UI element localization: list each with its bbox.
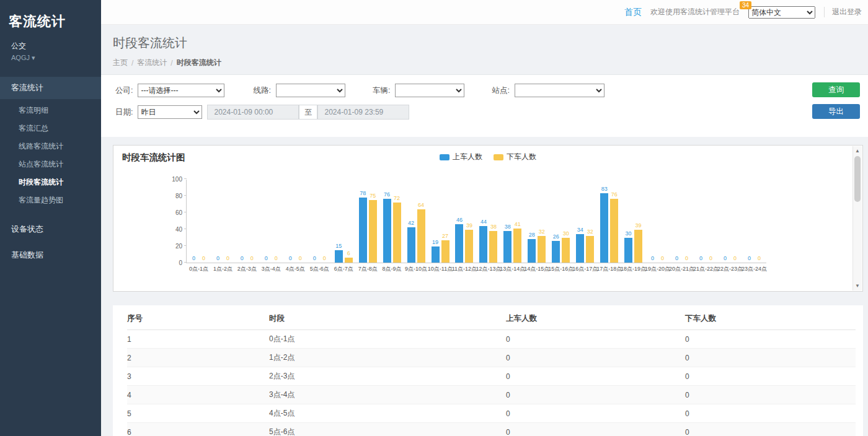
user-dropdown[interactable]: AQGJ ▾ bbox=[11, 54, 92, 62]
bar-column: 30 bbox=[624, 230, 634, 263]
date-preset-select[interactable]: 昨日 bbox=[138, 105, 202, 119]
sidebar-section-passenger-stats[interactable]: 客流统计 bbox=[0, 77, 101, 99]
bar bbox=[417, 209, 425, 263]
legend-label: 下车人数 bbox=[507, 152, 536, 162]
breadcrumb-separator: / bbox=[170, 59, 172, 68]
bar-column: 15 bbox=[334, 243, 343, 263]
table-row: 32点-3点00 bbox=[127, 367, 856, 386]
bar bbox=[513, 229, 521, 263]
scroll-up-icon[interactable]: ▲ bbox=[853, 148, 862, 154]
bar-column: 34 bbox=[575, 227, 585, 263]
sidebar-item[interactable]: 客流明细 bbox=[0, 102, 101, 120]
company-select[interactable]: ---请选择--- bbox=[138, 84, 224, 97]
x-axis-label: 22点-23点 bbox=[717, 265, 743, 273]
table-cell: 0 bbox=[685, 423, 856, 436]
topbar: 首页 欢迎使用客流统计管理平台 34 简体中文 退出登录 bbox=[101, 0, 868, 25]
sidebar-item[interactable]: 站点客流统计 bbox=[0, 155, 101, 173]
scrollbar-thumb[interactable] bbox=[854, 156, 861, 202]
table-cell: 0 bbox=[506, 330, 685, 349]
bar-column: 0 bbox=[285, 255, 295, 263]
language-select[interactable]: 简体中文 bbox=[748, 6, 815, 19]
scroll-down-icon[interactable]: ▼ bbox=[853, 283, 862, 289]
bar-group: 42649点-10点 bbox=[404, 180, 428, 263]
bar-column: 0 bbox=[672, 255, 682, 263]
x-axis-label: 10点-11点 bbox=[428, 265, 453, 273]
bar-column: 28 bbox=[527, 232, 537, 263]
vehicle-label: 车辆: bbox=[373, 85, 390, 96]
table-card: 序号时段上车人数下车人数 10点-1点0021点-2点0032点-3点0043点… bbox=[113, 305, 863, 436]
sidebar-item[interactable]: 时段客流统计 bbox=[0, 173, 101, 191]
bar-value-label: 0 bbox=[192, 255, 195, 262]
table-cell: 6 bbox=[127, 423, 269, 436]
sidebar-section-device-status[interactable]: 设备状态 bbox=[0, 218, 101, 240]
page-title: 时段客流统计 bbox=[113, 35, 856, 51]
x-axis-label: 3点-4点 bbox=[262, 265, 281, 273]
legend-item[interactable]: 上车人数 bbox=[440, 152, 482, 162]
chart-plot-wrap: 020406080100000点-1点001点-2点002点-3点003点-4点… bbox=[186, 180, 766, 263]
sidebar-item[interactable]: 线路客流统计 bbox=[0, 137, 101, 155]
bar-column: 26 bbox=[551, 233, 561, 263]
x-axis-label: 20点-21点 bbox=[669, 265, 694, 273]
bar-group: 263015点-16点 bbox=[549, 180, 573, 263]
table-cell: 0 bbox=[506, 367, 685, 386]
bar-value-label: 38 bbox=[490, 224, 497, 230]
bar-value-label: 0 bbox=[758, 255, 761, 262]
station-select[interactable] bbox=[515, 84, 604, 97]
bar-column: 0 bbox=[648, 255, 658, 263]
bar-group: 002点-3点 bbox=[235, 180, 259, 263]
bar-value-label: 64 bbox=[418, 202, 424, 209]
chart-vertical-scrollbar[interactable]: ▲ ▼ bbox=[852, 146, 862, 290]
x-axis-label: 15点-16点 bbox=[548, 265, 574, 273]
table-row: 10点-1点00 bbox=[127, 330, 856, 349]
export-button[interactable]: 导出 bbox=[812, 104, 860, 119]
legend-swatch bbox=[440, 154, 450, 160]
y-axis-tick-mark bbox=[184, 178, 187, 179]
sidebar: 客流统计 公交 AQGJ ▾ 客流统计 客流明细客流汇总线路客流统计站点客流统计… bbox=[0, 0, 101, 436]
bar bbox=[432, 246, 440, 263]
action-buttons: 查询 导出 bbox=[812, 82, 860, 119]
breadcrumb-item[interactable]: 主页 bbox=[113, 58, 128, 68]
bar-value-label: 0 bbox=[709, 255, 712, 262]
bar-column: 76 bbox=[382, 191, 392, 263]
table-cell: 0 bbox=[506, 349, 685, 367]
vehicle-select[interactable] bbox=[395, 84, 464, 97]
legend-item[interactable]: 下车人数 bbox=[494, 152, 536, 162]
bar-column: 72 bbox=[392, 195, 402, 263]
date-start-input[interactable] bbox=[207, 105, 299, 120]
app-title: 客流统计 bbox=[9, 12, 92, 31]
bar-value-label: 78 bbox=[360, 190, 366, 197]
bar-value-label: 44 bbox=[480, 219, 487, 225]
table-header-cell: 上车人数 bbox=[506, 308, 685, 330]
query-button[interactable]: 查询 bbox=[812, 82, 860, 97]
x-axis-label: 23点-24点 bbox=[742, 265, 767, 273]
bar-value-label: 6 bbox=[347, 250, 350, 257]
sidebar-item[interactable]: 客流汇总 bbox=[0, 120, 101, 137]
home-link[interactable]: 首页 bbox=[624, 7, 642, 18]
bar-value-label: 26 bbox=[553, 233, 559, 240]
breadcrumb-separator: / bbox=[131, 59, 133, 68]
bar-value-label: 0 bbox=[748, 255, 751, 262]
line-select[interactable] bbox=[276, 84, 345, 97]
date-end-input[interactable] bbox=[317, 105, 409, 120]
bar-column: 0 bbox=[730, 255, 740, 263]
bar-value-label: 0 bbox=[265, 255, 268, 262]
notification-badge[interactable]: 34 bbox=[740, 1, 751, 9]
table-header-row: 序号时段上车人数下车人数 bbox=[127, 308, 856, 330]
table-cell: 0 bbox=[685, 349, 856, 367]
sidebar-section-base-data[interactable]: 基础数据 bbox=[0, 244, 101, 266]
bar-column: 0 bbox=[223, 255, 232, 263]
bar-value-label: 0 bbox=[202, 255, 205, 262]
bar-group: 78757点-8点 bbox=[356, 180, 380, 263]
logout-link[interactable]: 退出登录 bbox=[824, 7, 862, 17]
table-cell: 0 bbox=[506, 404, 685, 423]
bar-column: 0 bbox=[720, 255, 730, 263]
bar-column: 41 bbox=[513, 221, 523, 263]
bar-value-label: 30 bbox=[563, 230, 569, 237]
bar bbox=[441, 240, 450, 263]
sidebar-item[interactable]: 客流量趋势图 bbox=[0, 191, 101, 209]
filter-row-1: 公司: ---请选择--- 线路: 车辆: 站点: bbox=[113, 84, 861, 97]
content: 时段车流统计图 上车人数下车人数 020406080100000点-1点001点… bbox=[101, 145, 868, 436]
x-axis-label: 7点-8点 bbox=[358, 265, 378, 273]
breadcrumb-item[interactable]: 客流统计 bbox=[137, 58, 167, 68]
bar-value-label: 0 bbox=[289, 255, 292, 262]
